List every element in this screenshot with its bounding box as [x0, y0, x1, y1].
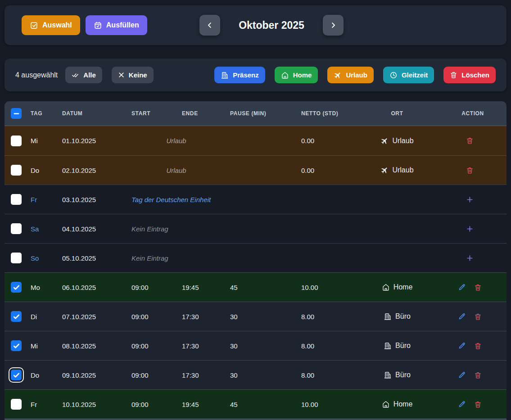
pencil-icon: [458, 312, 466, 321]
netto-value: 0.00: [297, 137, 355, 145]
check-icon: [13, 284, 20, 291]
select-none-button[interactable]: Keine: [112, 67, 154, 83]
previous-month-button[interactable]: [199, 15, 220, 36]
add-entry-button[interactable]: [466, 196, 474, 203]
day-label: Fr: [26, 196, 58, 203]
edit-button[interactable]: [458, 312, 466, 321]
home-icon: [281, 71, 289, 79]
ort-label: Büro: [395, 312, 411, 321]
bulk-actions: PräsenzHomeUrlaubGleitzeitLöschen: [214, 67, 496, 83]
next-month-button[interactable]: [323, 15, 344, 36]
ort-label: Home: [393, 400, 413, 408]
column-header-pause: Pause (min): [226, 110, 297, 117]
netto-value: 8.00: [297, 313, 355, 321]
entry-note: Urlaub: [127, 167, 226, 174]
netto-value: 0.00: [297, 167, 355, 174]
urlaub-button[interactable]: Urlaub: [327, 67, 374, 83]
pencil-icon: [458, 371, 466, 379]
edit-button[interactable]: [458, 371, 466, 379]
delete-button[interactable]: [474, 401, 482, 408]
row-checkbox[interactable]: [11, 194, 22, 205]
delete-button[interactable]: [474, 313, 482, 321]
x-icon: [118, 72, 125, 78]
ort-label: Urlaub: [392, 137, 413, 145]
add-entry-button[interactable]: [466, 225, 474, 233]
trash-icon: [474, 371, 482, 379]
action-cell: [439, 225, 506, 233]
select-all-label: Alle: [83, 71, 96, 79]
edit-button[interactable]: [458, 400, 466, 408]
edit-button[interactable]: [458, 342, 466, 350]
date-label: 07.10.2025: [58, 313, 127, 321]
action-cell: [439, 283, 506, 291]
auswahl-button[interactable]: Auswahl: [22, 15, 80, 35]
loeschen-button-label: Löschen: [461, 71, 489, 79]
day-label: Do: [26, 167, 58, 174]
ort-cell: Home: [355, 400, 439, 408]
delete-button[interactable]: [474, 342, 482, 350]
date-label: 02.10.2025: [58, 167, 127, 174]
selected-count: 4 ausgewählt: [15, 71, 58, 79]
check-icon: [13, 342, 20, 350]
netto-value: 8.00: [297, 342, 355, 350]
select-all-checkbox[interactable]: [11, 108, 22, 119]
praesenz-button[interactable]: Präsenz: [214, 67, 265, 83]
ausfuellen-button[interactable]: Ausfüllen: [86, 15, 147, 35]
plane-icon: [380, 137, 389, 145]
entry-note: Urlaub: [127, 137, 226, 145]
ausfuellen-button-label: Ausfüllen: [106, 21, 139, 29]
building-icon: [384, 342, 392, 350]
delete-button[interactable]: [474, 371, 482, 379]
day-label: Fr: [26, 401, 58, 408]
plus-icon: [466, 254, 474, 262]
action-cell: [439, 400, 506, 408]
delete-button[interactable]: [466, 137, 474, 145]
loeschen-button[interactable]: Löschen: [443, 67, 496, 83]
delete-button[interactable]: [474, 284, 482, 291]
ort-cell: Büro: [355, 371, 439, 379]
row-checkbox[interactable]: [11, 399, 22, 410]
gleitzeit-button[interactable]: Gleitzeit: [383, 67, 434, 83]
select-none-label: Keine: [129, 71, 147, 79]
row-checkbox[interactable]: [11, 282, 22, 293]
row-checkbox[interactable]: [11, 135, 22, 146]
row-checkbox[interactable]: [11, 165, 22, 176]
home-button[interactable]: Home: [275, 67, 318, 83]
add-entry-button[interactable]: [466, 254, 474, 262]
table-row: Mo06.10.202509:0019:454510.00Home: [5, 272, 506, 302]
netto-value: 10.00: [297, 284, 355, 291]
delete-button[interactable]: [466, 167, 474, 174]
minus-icon: [13, 110, 20, 117]
trash-icon: [474, 401, 482, 408]
row-checkbox[interactable]: [11, 340, 22, 351]
ende-value: 19:45: [177, 401, 226, 408]
ende-value: 17:30: [177, 371, 226, 379]
double-check-icon: [72, 71, 79, 79]
praesenz-button-label: Präsenz: [233, 71, 259, 79]
day-label: Do: [26, 371, 58, 379]
month-toolbar: Auswahl Ausfüllen Oktober 2025: [5, 5, 506, 45]
month-title: Oktober 2025: [238, 19, 305, 32]
table-row: Mi01.10.2025Urlaub0.00Urlaub: [5, 126, 506, 155]
action-cell: [439, 254, 506, 262]
netto-value: 8.00: [297, 371, 355, 379]
row-checkbox[interactable]: [11, 223, 22, 234]
urlaub-button-label: Urlaub: [346, 71, 367, 79]
plus-icon: [466, 225, 474, 233]
pause-value: 30: [226, 371, 297, 379]
trash-icon: [474, 313, 482, 321]
ende-value: 17:30: [177, 342, 226, 350]
table-row: Do02.10.2025Urlaub0.00Urlaub: [5, 155, 506, 185]
edit-button[interactable]: [458, 283, 466, 291]
row-checkbox[interactable]: [11, 311, 22, 322]
trash-icon: [466, 167, 474, 174]
row-checkbox[interactable]: [11, 370, 22, 380]
chevron-left-icon: [206, 21, 214, 29]
select-all-button[interactable]: Alle: [65, 67, 102, 83]
column-header-start: Start: [127, 110, 177, 117]
row-checkbox[interactable]: [11, 253, 22, 263]
plane-icon: [380, 166, 389, 174]
day-label: Mi: [26, 342, 58, 350]
column-header-action: Action: [439, 110, 506, 117]
pencil-icon: [458, 400, 466, 408]
